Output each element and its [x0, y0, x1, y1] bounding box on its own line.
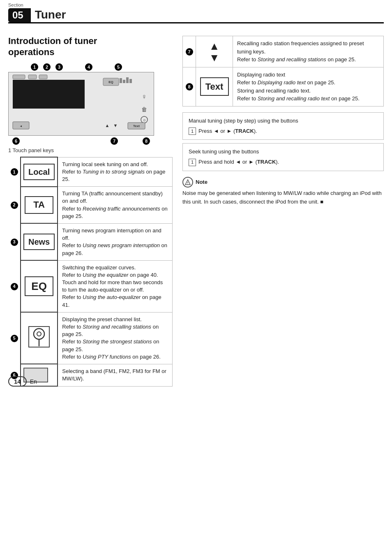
- svg-text:EQ: EQ: [108, 80, 113, 84]
- svg-text:▲: ▲: [105, 123, 110, 128]
- right-feature-table: 7 ▲ ▼ Recalling radio station frequencie…: [182, 36, 384, 107]
- callout-num-5: 5: [11, 335, 18, 342]
- svg-rect-7: [123, 80, 125, 83]
- feature-row-local: 1 Local Turning local seek tuning on and…: [8, 157, 173, 187]
- seek-step-num: 1: [189, 159, 196, 166]
- svg-rect-9: [129, 79, 132, 83]
- svg-text:▼: ▼: [113, 123, 118, 128]
- section-header: 05 Tuner: [8, 8, 384, 23]
- note-text: Noise may be generated when listening to…: [182, 189, 384, 206]
- svg-rect-3: [39, 75, 47, 79]
- svg-text:Text: Text: [133, 124, 140, 128]
- arrows-icon: ▲ ▼: [199, 41, 229, 63]
- seek-tuning-box: Seek tuning using the buttons 1 Press an…: [182, 143, 384, 171]
- ta-icon-box: TA: [25, 196, 53, 214]
- svg-rect-8: [126, 77, 129, 83]
- main-heading: Introduction of tuner operations: [8, 36, 173, 58]
- touch-panel-label: 1 Touch panel keys: [8, 147, 173, 153]
- svg-point-20: [34, 329, 44, 339]
- svg-text:🗑: 🗑: [141, 106, 147, 113]
- preset-icon-box: [28, 326, 50, 348]
- note-title: Note: [196, 178, 208, 187]
- device-diagram: 1 2 3 4 5 EQ: [8, 63, 156, 145]
- svg-text:♀: ♀: [141, 93, 147, 101]
- callout-4: 4: [85, 63, 92, 71]
- eq-icon-box: EQ: [25, 276, 53, 296]
- callout-6: 6: [12, 137, 20, 145]
- feature-row-text: 8 Text Displaying radio text Refer to Di…: [183, 67, 384, 106]
- section-number: 05: [8, 8, 31, 22]
- svg-text:⊙: ⊙: [143, 118, 146, 122]
- svg-text:◄: ◄: [20, 125, 23, 127]
- feature-row-preset: 5 Displaying the prese: [8, 312, 173, 364]
- footer-lang: En: [30, 378, 37, 385]
- callout-7: 7: [111, 137, 118, 145]
- svg-point-21: [37, 332, 41, 336]
- manual-step-1: Press ◄ or ► (TRACK).: [198, 127, 257, 136]
- svg-rect-0: [13, 80, 85, 109]
- local-icon-box: Local: [23, 164, 55, 180]
- callout-8: 8: [143, 137, 150, 145]
- svg-rect-6: [120, 78, 122, 83]
- callout-num-2: 2: [11, 202, 18, 209]
- svg-rect-2: [28, 75, 37, 79]
- feature-row-ta: 2 TA Turning TA (traffic announcement st…: [8, 187, 173, 224]
- section-label: Section: [8, 2, 384, 7]
- text-icon-box: Text: [200, 77, 229, 96]
- feature-row-news: 3 News Turning news program interruption…: [8, 223, 173, 260]
- page-number-box: 14: [8, 376, 27, 387]
- manual-tuning-title: Manual tuning (step by step) using the b…: [189, 117, 378, 125]
- device-svg: EQ ♀ 🗑 ⊙ ◄ ▲ ▼: [8, 72, 154, 136]
- news-icon-box: News: [23, 234, 55, 250]
- feature-row-arrows: 7 ▲ ▼ Recalling radio station frequencie…: [183, 36, 384, 67]
- callout-5: 5: [115, 63, 122, 71]
- manual-step-num: 1: [189, 127, 196, 135]
- feature-row-eq: 4 EQ Switching the equalizer curves. Ref…: [8, 260, 173, 312]
- note-icon: [182, 177, 193, 188]
- footer: 14 En: [8, 376, 37, 387]
- seek-step-1: Press and hold ◄ or ► (TRACK).: [198, 158, 279, 167]
- note-section: Note Noise may be generated when listeni…: [182, 177, 384, 206]
- callout-num-4: 4: [11, 283, 18, 290]
- callout-num-1: 1: [11, 168, 18, 176]
- callout-num-3: 3: [11, 239, 18, 246]
- callout-2: 2: [43, 63, 51, 71]
- callout-1: 1: [31, 63, 38, 71]
- left-feature-table: 1 Local Turning local seek tuning on and…: [8, 157, 173, 387]
- callout-num-8: 8: [186, 83, 193, 90]
- svg-rect-1: [13, 75, 25, 79]
- callout-num-7: 7: [186, 48, 193, 56]
- svg-point-24: [187, 183, 188, 184]
- callout-3: 3: [55, 63, 63, 71]
- seek-tuning-title: Seek tuning using the buttons: [189, 148, 378, 156]
- manual-tuning-box: Manual tuning (step by step) using the b…: [182, 112, 384, 140]
- section-title: Tuner: [35, 8, 66, 22]
